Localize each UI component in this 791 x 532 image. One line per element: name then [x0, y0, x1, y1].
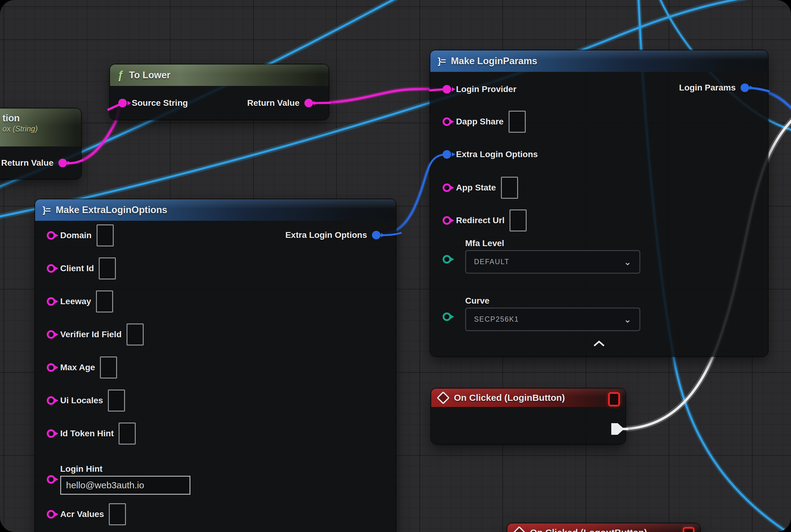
input-pin-acr-values[interactable]	[47, 510, 55, 518]
node-header[interactable]: On Clicked (LoginButton)	[431, 388, 625, 407]
pin-label: Verifier Id Field	[60, 329, 122, 339]
node-title: On Clicked (LoginButton)	[454, 393, 565, 403]
mfa-level-value: DEFAULT	[474, 258, 509, 266]
input-pin-login-provider[interactable]	[443, 85, 451, 94]
bound-event-icon[interactable]	[608, 392, 620, 406]
input-pin-login-hint[interactable]	[47, 475, 55, 484]
pin-value-box[interactable]	[96, 290, 113, 312]
input-pin-mfa-level[interactable]	[443, 255, 451, 264]
wire-tolower-to-provider[interactable]	[309, 89, 447, 103]
pin-row: Login Hint hello@web3auth.io	[35, 461, 190, 498]
node-on-clicked-logout-button[interactable]: On Clicked (LogoutButton)	[507, 524, 700, 532]
pin-label: Dapp Share	[456, 117, 504, 127]
pin-row: Acr Values	[35, 504, 126, 525]
event-icon	[437, 391, 449, 404]
pin-row: Return Value	[9, 152, 67, 174]
pin-label: Login Provider	[456, 84, 517, 94]
input-pin-extra-login-options[interactable]	[443, 150, 451, 159]
input-pin-curve[interactable]	[443, 312, 451, 321]
node-header[interactable]: }= Make LoginParams	[430, 51, 768, 72]
login-hint-value: hello@web3auth.io	[66, 480, 144, 490]
pin-value-box[interactable]	[119, 422, 136, 444]
pin-label: Extra Login Options	[285, 230, 367, 240]
pin-row: Return Value	[255, 92, 313, 114]
pin-value-box[interactable]	[100, 357, 117, 379]
node-on-clicked-login-button[interactable]: On Clicked (LoginButton)	[431, 388, 625, 444]
output-pin-login-params[interactable]	[740, 83, 749, 92]
output-pin-return-value[interactable]	[304, 99, 313, 107]
make-struct-icon: }=	[42, 205, 50, 215]
login-hint-input[interactable]: hello@web3auth.io	[60, 476, 190, 495]
node-make-extra-login-options[interactable]: }= Make ExtraLoginOptions Domain Client …	[35, 200, 396, 532]
wire-tolower-to-provider-glow	[309, 89, 447, 103]
input-pin-client-id[interactable]	[47, 264, 55, 273]
event-icon	[513, 526, 526, 532]
input-pin-source-string[interactable]	[118, 99, 127, 107]
node-title: Make ExtraLoginOptions	[56, 205, 167, 215]
input-pin-app-state[interactable]	[443, 184, 451, 192]
input-pin-max-age[interactable]	[47, 363, 55, 372]
pin-row: Source String	[110, 92, 188, 114]
node-title: tion	[2, 113, 20, 124]
node-title: Make LoginParams	[451, 56, 537, 66]
chevron-down-icon: ⌄	[624, 261, 632, 264]
pin-value-box[interactable]	[108, 390, 125, 412]
node-header[interactable]: }= Make ExtraLoginOptions	[35, 200, 396, 221]
pin-label: Source String	[132, 98, 188, 108]
pin-label: Max Age	[60, 363, 95, 373]
node-header[interactable]: ƒ To Lower	[110, 64, 329, 86]
pin-row: Ui Locales	[35, 390, 125, 411]
input-pin-domain[interactable]	[47, 231, 55, 240]
node-title: On Clicked (LogoutButton)	[530, 527, 647, 532]
blueprint-graph-canvas[interactable]: tion ox (String) Return Value ƒ To Lower…	[0, 0, 791, 532]
node-get-text-partial[interactable]: tion ox (String) Return Value	[0, 109, 81, 179]
node-title: To Lower	[129, 70, 170, 81]
pin-label: Login Params	[679, 83, 736, 93]
pin-label: Domain	[60, 230, 92, 240]
bound-event-icon[interactable]	[683, 527, 694, 532]
pin-label: Return Value	[247, 98, 300, 108]
pin-row: Domain	[35, 225, 114, 246]
input-pin-ui-locales[interactable]	[47, 396, 55, 405]
pin-row: Login Provider	[430, 79, 517, 100]
curve-dropdown[interactable]: SECP256K1 ⌄	[465, 308, 640, 331]
pin-label: App State	[456, 183, 496, 193]
pin-label-mfa-level: Mfa Level	[465, 239, 504, 248]
pin-row: Client Id	[35, 258, 116, 279]
pin-value-box[interactable]	[501, 177, 518, 199]
pin-label: Redirect Url	[456, 215, 505, 225]
pin-value-box[interactable]	[97, 224, 114, 246]
pin-label: Client Id	[60, 264, 94, 273]
input-pin-id-token-hint[interactable]	[47, 429, 55, 438]
input-pin-redirect-url[interactable]	[443, 216, 451, 225]
pin-row: Extra Login Options	[293, 224, 381, 246]
pin-value-box[interactable]	[99, 258, 116, 280]
node-header[interactable]: On Clicked (LogoutButton)	[507, 524, 700, 532]
pin-row: Login Params	[687, 77, 749, 98]
exec-output-pin[interactable]	[611, 423, 624, 435]
pin-row: Max Age	[35, 357, 117, 378]
pin-value-box[interactable]	[508, 111, 526, 133]
collapse-chevron-icon[interactable]	[592, 340, 606, 347]
input-pin-verifier-id-field[interactable]	[47, 330, 55, 339]
output-pin-return-value[interactable]	[58, 159, 67, 167]
input-pin-leeway[interactable]	[47, 297, 55, 306]
pin-value-box[interactable]	[509, 209, 527, 231]
output-pin-extra-login-options[interactable]	[372, 231, 381, 240]
node-header[interactable]: tion ox (String)	[0, 109, 81, 147]
mfa-level-dropdown[interactable]: DEFAULT ⌄	[465, 250, 640, 274]
pin-label: Id Token Hint	[60, 429, 114, 438]
pin-label: Leeway	[60, 297, 91, 306]
pin-value-box[interactable]	[127, 323, 144, 345]
node-to-lower[interactable]: ƒ To Lower Source String Return Value	[110, 64, 329, 119]
pin-row: Redirect Url	[430, 210, 527, 231]
pin-row: Extra Login Options	[430, 144, 538, 165]
node-subtitle: ox (String)	[2, 125, 38, 133]
pin-label: Acr Values	[60, 509, 104, 519]
pin-row: Id Token Hint	[35, 423, 136, 444]
input-pin-dapp-share[interactable]	[443, 117, 451, 126]
function-icon: ƒ	[117, 69, 123, 82]
pin-row: Verifier Id Field	[35, 324, 144, 345]
node-make-login-params[interactable]: }= Make LoginParams Login Provider Dapp …	[430, 51, 768, 356]
pin-value-box[interactable]	[109, 503, 126, 525]
